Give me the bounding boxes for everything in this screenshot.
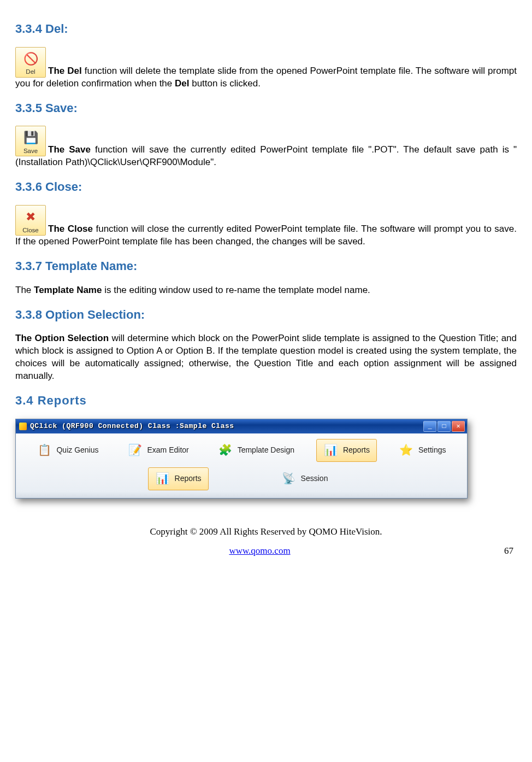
tab-template-design[interactable]: 🧩 Template Design — [211, 439, 302, 462]
template-name-description: The Template Name is the editing window … — [15, 284, 517, 297]
prohibit-icon: 🚫 — [16, 51, 45, 67]
heading-save: 3.3.5 Save: — [15, 100, 517, 116]
option-selection-description: The Option Selection will determine whic… — [15, 332, 517, 383]
tab-settings[interactable]: ⭐ Settings — [392, 439, 453, 462]
save-description: The Save function will save the currentl… — [15, 144, 517, 167]
toolbar: 📋 Quiz Genius 📝 Exam Editor 🧩 Template D… — [16, 433, 467, 498]
cross-icon: ✖ — [16, 209, 45, 225]
quiz-icon: 📋 — [37, 443, 52, 458]
floppy-icon: 💾 — [16, 130, 45, 146]
del-button[interactable]: 🚫 Del — [15, 47, 46, 78]
subtab-session[interactable]: 📡 Session — [274, 467, 335, 490]
template-icon: 🧩 — [218, 443, 233, 458]
tab-exam-editor[interactable]: 📝 Exam Editor — [120, 439, 196, 462]
session-icon: 📡 — [281, 471, 297, 486]
bar-chart-icon: 📊 — [155, 471, 170, 486]
del-description: The Del function will delete the templat… — [15, 66, 517, 89]
exam-icon: 📝 — [127, 443, 143, 458]
qclick-window: QClick (QRF900 Connected) Class :Sample … — [15, 419, 468, 499]
close-description: The Close function will close the curren… — [15, 224, 517, 247]
tab-quiz-genius[interactable]: 📋 Quiz Genius — [29, 439, 105, 462]
subtab-reports[interactable]: 📊 Reports — [148, 467, 209, 490]
tab-reports[interactable]: 📊 Reports — [316, 439, 377, 462]
window-close-button[interactable]: ✕ — [452, 421, 465, 432]
app-icon — [19, 423, 27, 430]
page-number: 67 — [504, 545, 513, 558]
window-title: QClick (QRF900 Connected) Class :Sample … — [30, 421, 423, 431]
footer-url[interactable]: www.qomo.com — [229, 546, 290, 556]
window-titlebar: QClick (QRF900 Connected) Class :Sample … — [16, 419, 467, 433]
close-button[interactable]: ✖ Close — [15, 205, 46, 236]
save-button[interactable]: 💾 Save — [15, 126, 46, 156]
heading-option-selection: 3.3.8 Option Selection: — [15, 307, 517, 323]
copyright-text: Copyright © 2009 All Rights Reserved by … — [15, 526, 517, 538]
heading-close: 3.3.6 Close: — [15, 179, 517, 195]
maximize-button[interactable]: □ — [438, 421, 451, 432]
settings-icon: ⭐ — [399, 443, 414, 458]
heading-template-name: 3.3.7 Template Name: — [15, 258, 517, 274]
heading-del: 3.3.4 Del: — [15, 21, 517, 37]
minimize-button[interactable]: _ — [423, 421, 436, 432]
reports-icon: 📊 — [323, 443, 339, 458]
heading-reports: 3.4 Reports — [15, 392, 517, 409]
